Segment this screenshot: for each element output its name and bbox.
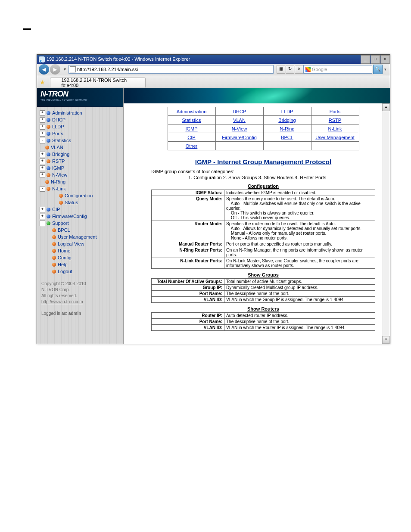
minimize-button[interactable]: _ — [361, 55, 370, 64]
sidebar-item-logout[interactable]: Logout — [38, 268, 122, 275]
stop-button[interactable]: ✕ — [295, 65, 303, 74]
tree-label: IGMP — [52, 165, 64, 171]
scroll-up-button[interactable]: ▴ — [382, 103, 390, 111]
sidebar-item-lldp[interactable]: +LLDP — [38, 123, 122, 130]
sidebar-item-logical-view[interactable]: Logical View — [38, 240, 122, 247]
expand-icon[interactable]: + — [40, 159, 45, 164]
expand-icon[interactable]: + — [40, 124, 45, 130]
expand-icon[interactable]: - — [40, 221, 45, 226]
sidebar-item-igmp[interactable]: +IGMP — [38, 165, 122, 171]
nav-link-igmp[interactable]: IGMP — [185, 126, 197, 131]
tab-bar: ★ 192.168.2.214 N-TRON Switch fb:e4:00 — [37, 75, 390, 88]
tree-label: Status — [65, 199, 78, 206]
expand-icon[interactable]: + — [40, 207, 45, 212]
bullet-icon — [47, 187, 50, 191]
nav-link-lldp[interactable]: LLDP — [281, 109, 293, 114]
expand-icon[interactable]: + — [40, 172, 45, 178]
nav-link-vlan[interactable]: VLAN — [233, 118, 246, 123]
nav-link-firmware-config[interactable]: Firmware/Config — [222, 135, 257, 140]
search-box[interactable]: Google — [303, 65, 372, 74]
sidebar-item-n-link[interactable]: -N-Link — [38, 185, 122, 192]
search-dropdown-icon[interactable]: ▾ — [384, 67, 386, 72]
sidebar-item-bridging[interactable]: +Bridging — [38, 151, 122, 158]
field-desc: Specifies the query mode to be used. The… — [224, 196, 375, 221]
sidebar-item-user-management[interactable]: User Management — [38, 233, 122, 240]
sidebar-item-home[interactable]: Home — [38, 247, 122, 254]
sidebar-item-dhcp[interactable]: +DHCP — [38, 116, 122, 123]
ie-icon — [39, 56, 45, 62]
field-label: Port Name: — [152, 319, 224, 325]
nav-link-dhcp[interactable]: DHCP — [233, 109, 246, 114]
sidebar-item-ports[interactable]: +Ports — [38, 130, 122, 137]
nav-link-bridging[interactable]: Bridging — [278, 118, 296, 123]
page-icon — [70, 66, 76, 72]
scrollbar[interactable]: ▴ ▾ — [383, 103, 390, 344]
nav-link-n-view[interactable]: N-View — [232, 126, 247, 131]
back-button[interactable]: ◄ — [39, 64, 49, 75]
nav-link-bpcl[interactable]: BPCL — [281, 135, 293, 140]
scroll-down-button[interactable]: ▾ — [382, 336, 390, 344]
expand-icon[interactable]: + — [40, 152, 45, 157]
login-status: Logged in as: admin — [37, 308, 123, 318]
tree-label: Logical View — [58, 240, 84, 247]
bullet-icon — [59, 194, 63, 198]
field-label: Port Name: — [152, 291, 224, 297]
nav-link-n-link[interactable]: N-Link — [328, 126, 342, 131]
refresh-button[interactable]: ↻ — [286, 65, 294, 74]
nav-link-ports[interactable]: Ports — [330, 109, 341, 114]
search-placeholder: Google — [312, 67, 327, 72]
history-dropdown-icon[interactable]: ▼ — [63, 67, 67, 72]
sidebar-item-firmware-config[interactable]: +Firmware/Config — [38, 213, 122, 220]
sidebar-item-status[interactable]: Status — [38, 199, 122, 206]
nav-link-statistics[interactable]: Statistics — [182, 118, 201, 123]
field-desc: Total number of active Multicast groups. — [224, 279, 375, 285]
section-title-routers: Show Routers — [149, 306, 377, 311]
search-go-button[interactable]: 🔍 — [373, 65, 383, 74]
field-label: Total Number Of Active Groups: — [152, 279, 224, 285]
url-text: http://192.168.2.214/main.ssi — [77, 67, 138, 72]
expand-icon[interactable]: - — [40, 138, 45, 143]
nav-link-n-ring[interactable]: N-Ring — [280, 126, 294, 131]
sidebar-item-bpcl[interactable]: BPCL — [38, 227, 122, 233]
nav-link-user-management[interactable]: User Management — [315, 135, 355, 140]
sidebar-item-cip[interactable]: +CIP — [38, 206, 122, 213]
sidebar-item-configuration[interactable]: Configuration — [38, 192, 122, 199]
tree-label: DHCP — [52, 116, 65, 123]
sidebar-item-config[interactable]: Config — [38, 254, 122, 261]
tree-label: Administration — [52, 109, 82, 116]
footer-link[interactable]: http://www.n-tron.com — [41, 299, 83, 304]
sidebar-item-vlan[interactable]: VLAN — [38, 144, 122, 151]
close-button[interactable]: × — [380, 55, 390, 64]
field-label: N-Link Router Ports: — [152, 258, 224, 269]
bullet-icon — [47, 215, 50, 218]
nav-link-rstp[interactable]: RSTP — [329, 118, 341, 123]
tab-active[interactable]: 192.168.2.214 N-TRON Switch fb:e4:00 — [50, 78, 146, 87]
expand-icon[interactable]: + — [40, 214, 45, 219]
forward-button[interactable]: ► — [50, 64, 60, 75]
sidebar-item-n-ring[interactable]: N-Ring — [38, 178, 122, 185]
address-bar[interactable]: http://192.168.2.214/main.ssi — [68, 65, 274, 74]
sidebar-item-help[interactable]: Help — [38, 261, 122, 268]
nav-link-administration[interactable]: Administration — [177, 109, 207, 114]
expand-icon[interactable]: - — [40, 186, 45, 192]
bullet-icon — [52, 242, 56, 246]
sidebar-item-rstp[interactable]: +RSTP — [38, 158, 122, 165]
sidebar-item-n-view[interactable]: +N-View — [38, 171, 122, 178]
field-label: Query Mode: — [152, 196, 224, 221]
expand-icon[interactable]: + — [40, 131, 45, 137]
expand-icon[interactable]: + — [40, 110, 45, 116]
bullet-icon — [47, 125, 50, 129]
expand-icon[interactable]: + — [40, 117, 45, 123]
expand-icon[interactable]: + — [40, 165, 45, 171]
nav-link-other[interactable]: Other — [186, 143, 198, 149]
logo: N-TRON THE INDUSTRIAL NETWORK COMPANY — [37, 88, 123, 107]
compat-button[interactable]: ▦ — [277, 65, 285, 74]
nav-link-cip[interactable]: CIP — [187, 135, 195, 140]
maximize-button[interactable]: □ — [371, 55, 380, 64]
favorites-icon[interactable]: ★ — [40, 79, 47, 86]
sidebar-item-statistics[interactable]: -Statistics — [38, 137, 122, 144]
tree-label: N-Link — [52, 185, 66, 192]
sidebar: N-TRON THE INDUSTRIAL NETWORK COMPANY +A… — [37, 88, 124, 344]
sidebar-item-administration[interactable]: +Administration — [38, 109, 122, 116]
sidebar-item-support[interactable]: -Support — [38, 220, 122, 227]
